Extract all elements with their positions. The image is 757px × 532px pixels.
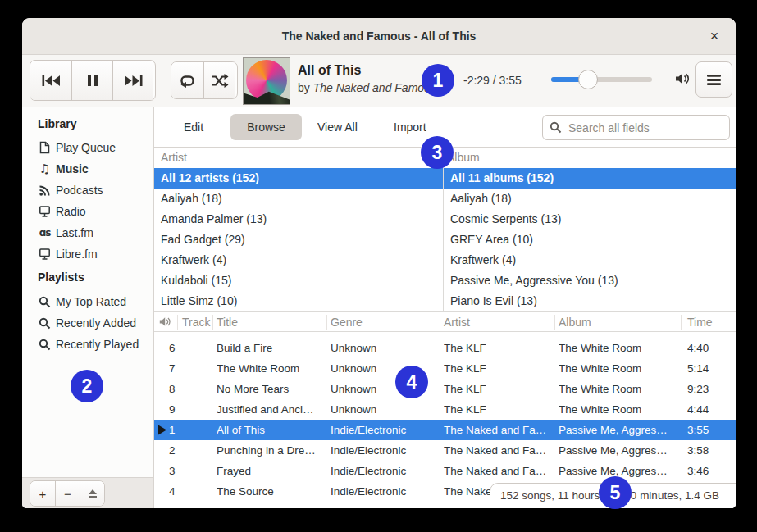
seek-knob[interactable] <box>578 70 598 89</box>
album-row[interactable]: Passive Me, Aggressive You (13) <box>444 271 736 291</box>
previous-icon <box>41 74 62 88</box>
sidebar-item-podcasts[interactable]: Podcasts <box>38 180 103 200</box>
sidebar-item-label: Podcasts <box>56 184 103 197</box>
column-header-time[interactable]: Time <box>687 312 713 332</box>
sidebar-item-radio[interactable]: Radio <box>38 202 86 221</box>
sidebar-item-lastfm[interactable]: ɑs Last.fm <box>38 223 93 243</box>
next-button[interactable] <box>112 61 153 100</box>
sidebar-item-label: Radio <box>56 205 86 218</box>
magnifier-icon <box>38 316 52 330</box>
search-input[interactable] <box>567 120 723 135</box>
column-header-artist[interactable]: Artist <box>444 312 470 332</box>
column-header-title[interactable]: Title <box>217 312 238 332</box>
sidebar-item-label: Recently Added <box>56 316 136 330</box>
track-row[interactable]: 6Build a FireUnknownThe KLFThe White Roo… <box>154 338 736 358</box>
album-art <box>243 57 290 105</box>
track-table: 6Build a FireUnknownThe KLFThe White Roo… <box>154 332 736 508</box>
column-separator <box>681 315 682 330</box>
column-separator <box>177 315 178 330</box>
pause-button[interactable] <box>71 61 112 100</box>
shuffle-button[interactable] <box>203 62 235 98</box>
column-header-album[interactable]: Album <box>559 312 591 332</box>
tab-view-all[interactable]: View All <box>309 114 366 140</box>
track-row[interactable]: 2Punching in a Dre…Indie/ElectronicThe N… <box>154 440 736 461</box>
track-row[interactable]: 3FrayedIndie/ElectronicThe Naked and Fa…… <box>154 461 736 481</box>
artist-row[interactable]: Fad Gadget (29) <box>154 230 443 250</box>
sidebar-item-label: Music <box>56 162 89 175</box>
sidebar-item-label: My Top Rated <box>56 295 126 308</box>
track-row-playing[interactable]: 1All of ThisIndie/ElectronicThe Naked an… <box>154 420 736 440</box>
search-box[interactable] <box>542 115 730 140</box>
column-header-track[interactable]: Track <box>182 312 210 332</box>
eject-button[interactable] <box>80 481 104 506</box>
seek-slider[interactable] <box>551 77 652 82</box>
remove-button[interactable]: − <box>55 481 80 506</box>
document-icon <box>38 141 52 155</box>
desktop-background: The Naked and Famous - All of This × <box>0 0 757 532</box>
artist-row[interactable]: All 12 artists (152) <box>154 168 443 189</box>
sidebar-item-librefm[interactable]: Libre.fm <box>38 244 98 264</box>
track-row[interactable]: 9Justified and Anci…UnknownThe KLFThe Wh… <box>154 399 736 420</box>
column-separator <box>554 315 555 330</box>
sidebar-item-label: Play Queue <box>56 141 116 154</box>
music-note-icon: ♫ <box>38 162 52 176</box>
playlists-header: Playlists <box>38 267 84 287</box>
volume-button[interactable] <box>675 71 695 89</box>
radio-icon <box>38 248 52 261</box>
rss-icon <box>38 184 52 198</box>
sidebar-item-recently-played[interactable]: Recently Played <box>38 334 139 354</box>
artist-row[interactable]: Aaliyah (18) <box>154 189 443 209</box>
by-prefix: by <box>298 81 310 94</box>
artist-row[interactable]: Kuldaboli (15) <box>154 271 443 291</box>
shuffle-icon <box>211 74 229 88</box>
magnifier-icon <box>38 295 52 309</box>
playing-column-speaker-icon <box>159 316 172 328</box>
close-button[interactable]: × <box>703 25 726 48</box>
album-row[interactable]: GREY Area (10) <box>444 230 736 250</box>
search-icon <box>550 121 562 134</box>
now-playing-title: All of This <box>298 63 361 78</box>
album-row[interactable]: Piano Is Evil (13) <box>444 291 736 311</box>
app-menu-button[interactable] <box>695 61 732 98</box>
artist-row[interactable]: Little Simz (10) <box>154 291 443 311</box>
sidebar-item-label: Last.fm <box>56 226 93 239</box>
sidebar-item-play-queue[interactable]: Play Queue <box>38 138 116 157</box>
now-playing-artist: The Naked and Famous <box>313 81 436 94</box>
lastfm-icon: ɑs <box>38 226 52 240</box>
tab-browse[interactable]: Browse <box>230 114 302 140</box>
toolbar: All of This by The Naked and Famous -2:2… <box>22 55 736 107</box>
artist-row[interactable]: Amanda Palmer (13) <box>154 209 443 230</box>
sidebar-item-label: Recently Played <box>56 338 139 351</box>
titlebar[interactable]: The Naked and Famous - All of This × <box>22 18 736 55</box>
sidebar-item-my-top-rated[interactable]: My Top Rated <box>38 292 126 311</box>
annotation-circle-4: 4 <box>395 366 428 398</box>
artist-column-header[interactable]: Artist <box>161 148 187 168</box>
previous-button[interactable] <box>30 61 71 100</box>
track-row[interactable]: 8No More TearsUnknownThe KLFThe White Ro… <box>154 379 736 399</box>
album-row[interactable]: All 11 albums (152) <box>444 168 736 189</box>
album-row[interactable]: Kraftwerk (4) <box>444 250 736 271</box>
column-header-genre[interactable]: Genre <box>331 312 363 332</box>
transport-controls <box>30 60 156 101</box>
tab-edit[interactable]: Edit <box>176 114 212 140</box>
rhythmbox-window: The Naked and Famous - All of This × <box>22 18 736 508</box>
sidebar-item-recently-added[interactable]: Recently Added <box>38 313 136 333</box>
sidebar-item-music[interactable]: ♫ Music <box>38 159 89 179</box>
add-button[interactable]: + <box>30 481 55 506</box>
sidebar-item-label: Libre.fm <box>56 248 98 261</box>
eject-icon <box>87 488 98 499</box>
library-header: Library <box>38 114 76 134</box>
track-row[interactable]: 7The White RoomUnknownThe KLFThe White R… <box>154 358 736 379</box>
tab-import[interactable]: Import <box>385 114 435 140</box>
hamburger-menu-icon <box>706 74 722 86</box>
album-row[interactable]: Cosmic Serpents (13) <box>444 209 736 230</box>
column-separator <box>326 315 327 330</box>
repeat-button[interactable] <box>171 62 203 98</box>
artist-browser-list: All 12 artists (152) Aaliyah (18) Amanda… <box>154 168 443 311</box>
annotation-circle-2: 2 <box>71 370 103 402</box>
album-browser-list: All 11 albums (152) Aaliyah (18) Cosmic … <box>443 168 736 311</box>
artist-row[interactable]: Kraftwerk (4) <box>154 250 443 271</box>
column-separator <box>440 315 440 330</box>
playlist-buttons: + − <box>30 480 105 507</box>
album-row[interactable]: Aaliyah (18) <box>444 189 736 209</box>
